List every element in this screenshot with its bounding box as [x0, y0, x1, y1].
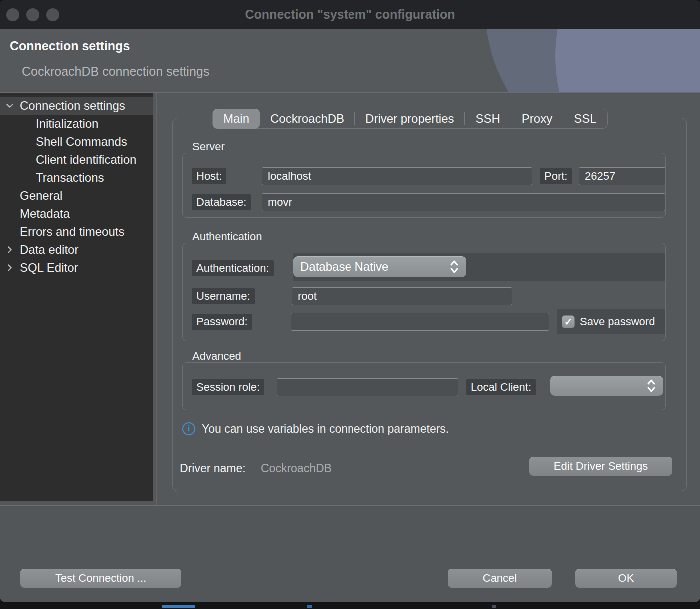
password-input[interactable]: [291, 313, 549, 331]
save-password-checkbox[interactable]: ✓: [562, 315, 575, 328]
session-role-input[interactable]: [277, 378, 458, 396]
footer-bar: Test Connection ... Cancel OK: [0, 505, 700, 602]
sidebar-item-connection-settings[interactable]: Connection settings: [0, 97, 153, 115]
info-message: You can use variables in connection para…: [202, 422, 449, 436]
sidebar-item-client-identification[interactable]: Client identification: [0, 151, 153, 169]
host-input[interactable]: [262, 167, 532, 185]
connection-config-dialog: Connection "system" configuration Connec…: [0, 0, 700, 602]
desktop-fragment: [307, 605, 312, 608]
sidebar-item-label: Client identification: [0, 153, 136, 167]
save-password-label: Save password: [580, 309, 655, 334]
updown-chevron-icon: [449, 259, 459, 274]
ok-button[interactable]: OK: [575, 569, 677, 588]
sidebar-item-sql-editor[interactable]: SQL Editor: [0, 259, 153, 277]
authentication-label: Authentication:: [192, 260, 274, 276]
test-connection-button[interactable]: Test Connection ...: [20, 569, 181, 588]
chevron-right-icon[interactable]: [4, 262, 16, 274]
driver-name-label: Driver name:: [180, 462, 246, 475]
sidebar-item-initialization[interactable]: Initialization: [0, 115, 153, 133]
advanced-group: Session role: Local Client:: [182, 362, 666, 410]
authentication-select[interactable]: Database Native: [293, 256, 466, 277]
sidebar-item-label: General: [0, 189, 62, 203]
sidebar-item-metadata[interactable]: Metadata: [0, 205, 153, 223]
edit-driver-settings-button[interactable]: Edit Driver Settings: [529, 457, 672, 476]
tab-cockroachdb[interactable]: CockroachDB: [260, 109, 354, 129]
desktop-fragment: [162, 605, 195, 608]
page-title: Connection settings: [10, 39, 130, 53]
authentication-group: Authentication: Database Native Username…: [182, 243, 666, 341]
sidebar-item-label: Transactions: [0, 171, 104, 185]
window-title: Connection "system" configuration: [0, 0, 700, 29]
header-banner: Connection settings CockroachDB connecti…: [0, 29, 700, 93]
chevron-right-icon[interactable]: [4, 244, 16, 256]
tab-ssh[interactable]: SSH: [465, 109, 510, 129]
authentication-group-label: Authentication: [192, 230, 262, 243]
desktop-fragment: [492, 605, 496, 608]
username-input[interactable]: [292, 287, 512, 305]
local-client-label: Local Client:: [466, 379, 536, 395]
tab-bar: Main CockroachDB Driver properties SSH P…: [212, 109, 608, 129]
cancel-button[interactable]: Cancel: [448, 569, 552, 588]
advanced-group-label: Advanced: [192, 350, 241, 363]
tab-driver-properties[interactable]: Driver properties: [355, 109, 464, 129]
driver-separator: [172, 447, 687, 447]
sidebar-item-label: Shell Commands: [0, 135, 127, 149]
sidebar-divider: [156, 93, 157, 505]
decorative-arc: [555, 29, 700, 93]
username-label: Username:: [192, 288, 255, 304]
page-subtitle: CockroachDB connection settings: [22, 64, 209, 79]
server-group: Host: Port: Database:: [182, 153, 666, 218]
database-label: Database:: [192, 194, 251, 210]
password-label: Password:: [192, 314, 252, 330]
chevron-down-icon[interactable]: [4, 100, 16, 112]
info-icon: i: [182, 422, 195, 435]
save-password-container: ✓ Save password: [557, 309, 666, 334]
tab-proxy[interactable]: Proxy: [511, 109, 563, 129]
database-input[interactable]: [262, 193, 665, 211]
authentication-selected-value: Database Native: [300, 260, 449, 274]
sidebar-item-errors-and-timeouts[interactable]: Errors and timeouts: [0, 223, 153, 241]
tab-main[interactable]: Main: [213, 109, 260, 129]
sidebar-item-data-editor[interactable]: Data editor: [0, 241, 153, 259]
tab-ssl[interactable]: SSL: [563, 109, 607, 129]
settings-tree: Connection settings Initialization Shell…: [0, 93, 153, 501]
updown-chevron-icon: [646, 378, 656, 393]
sidebar-item-label: Initialization: [0, 117, 98, 131]
driver-name-value: CockroachDB: [261, 462, 332, 475]
sidebar-item-label: Connection settings: [0, 99, 125, 113]
sidebar-item-general[interactable]: General: [0, 187, 153, 205]
port-input[interactable]: [579, 167, 666, 185]
session-role-label: Session role:: [192, 379, 264, 395]
port-label: Port:: [540, 168, 572, 184]
server-group-label: Server: [192, 140, 225, 153]
sidebar-item-label: Errors and timeouts: [0, 225, 124, 239]
sidebar-item-label: Metadata: [0, 207, 70, 221]
sidebar-item-transactions[interactable]: Transactions: [0, 169, 153, 187]
host-label: Host:: [192, 168, 226, 184]
title-bar: Connection "system" configuration: [0, 0, 700, 29]
sidebar-item-shell-commands[interactable]: Shell Commands: [0, 133, 153, 151]
local-client-select[interactable]: [550, 376, 663, 396]
